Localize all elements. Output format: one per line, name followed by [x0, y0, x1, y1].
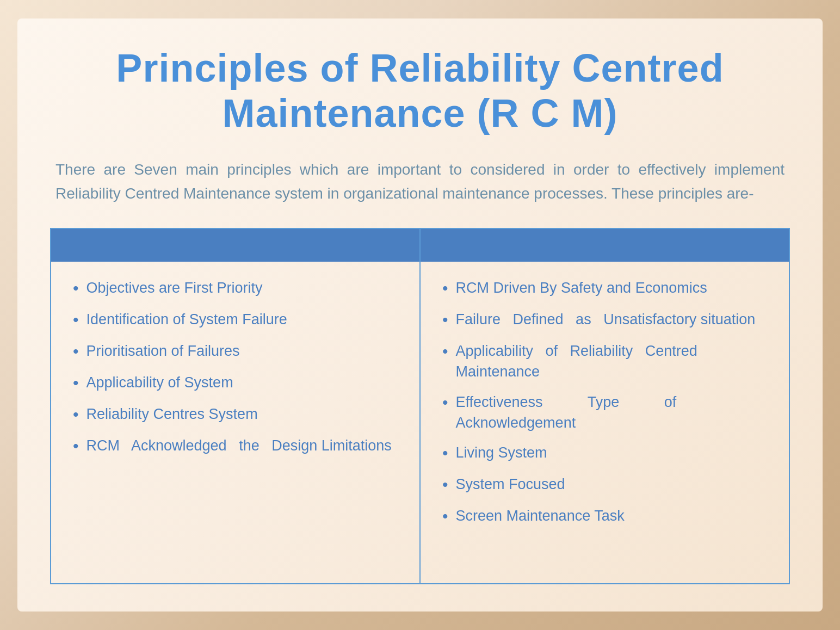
title-line2: Maintenance (R C M)	[50, 91, 790, 136]
table-header-row	[51, 229, 789, 262]
list-item: Objectives are First Priority	[73, 278, 398, 300]
right-bullet-list: RCM Driven By Safety and Economics Failu…	[442, 278, 767, 528]
title-section: Principles of Reliability Centred Mainte…	[50, 46, 790, 136]
intro-text: There are Seven main principles which ar…	[50, 158, 790, 207]
content-table: Objectives are First Priority Identifica…	[50, 228, 790, 584]
list-item: Screen Maintenance Task	[442, 506, 767, 528]
list-item: Prioritisation of Failures	[73, 341, 398, 363]
main-title: Principles of Reliability Centred Mainte…	[50, 46, 790, 136]
table-header-right	[421, 229, 789, 262]
table-header-left	[51, 229, 421, 262]
list-item: Applicability of Reliability Centred Mai…	[442, 341, 767, 382]
list-item: Failure Defined as Unsatisfactory situat…	[442, 310, 767, 331]
list-item: System Focused	[442, 474, 767, 496]
list-item: Applicability of System	[73, 373, 398, 394]
list-item: Identification of System Failure	[73, 310, 398, 331]
list-item: Effectiveness Type of Acknowledgement	[442, 392, 767, 434]
list-item: Living System	[442, 443, 767, 465]
slide-container: Principles of Reliability Centred Mainte…	[17, 18, 823, 612]
table-body-row: Objectives are First Priority Identifica…	[51, 262, 789, 583]
list-item: Reliability Centres System	[73, 404, 398, 426]
list-item: RCM Acknowledged the Design Limitations	[73, 436, 398, 458]
title-line1: Principles of Reliability Centred	[50, 46, 790, 91]
table-cell-left: Objectives are First Priority Identifica…	[51, 262, 421, 583]
left-bullet-list: Objectives are First Priority Identifica…	[73, 278, 398, 458]
table-cell-right: RCM Driven By Safety and Economics Failu…	[421, 262, 789, 583]
list-item: RCM Driven By Safety and Economics	[442, 278, 767, 300]
